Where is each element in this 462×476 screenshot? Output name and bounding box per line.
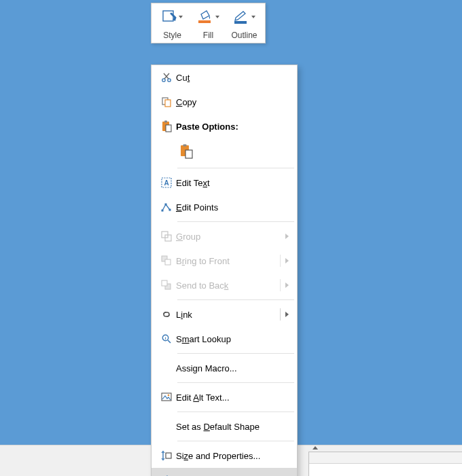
submenu-arrow-icon: [285, 312, 289, 317]
sheet-grid-peek: [308, 452, 462, 476]
submenu-arrow-icon: [285, 282, 289, 288]
menu-edit-points[interactable]: Edit Points: [152, 195, 297, 219]
scissors-icon: [157, 72, 176, 83]
svg-rect-32: [166, 453, 171, 458]
menu-edit-alt-text[interactable]: Edit Alt Text...: [152, 385, 297, 409]
svg-rect-19: [169, 209, 171, 211]
menu-label: Set as Default Shape: [176, 422, 293, 432]
svg-rect-17: [162, 210, 164, 212]
chevron-down-icon: [179, 16, 183, 18]
edit-text-icon: A: [157, 177, 176, 188]
shape-fill-dropdown[interactable]: Fill: [190, 6, 226, 41]
smart-lookup-icon: i: [157, 333, 176, 344]
menu-smart-lookup[interactable]: i Smart Lookup: [152, 327, 297, 351]
fill-label: Fill: [203, 31, 213, 40]
style-label: Style: [163, 31, 181, 40]
menu-label: Copy: [176, 97, 293, 107]
menu-separator: [177, 441, 294, 441]
menu-label: Size and Properties...: [176, 451, 293, 461]
svg-text:A: A: [164, 179, 168, 187]
split-divider: [280, 279, 281, 291]
edit-points-icon: [157, 202, 176, 213]
svg-rect-23: [165, 259, 171, 265]
shape-outline-dropdown[interactable]: Outline: [226, 6, 262, 41]
send-back-icon: [157, 280, 176, 291]
chevron-down-icon: [251, 16, 255, 18]
link-icon: [157, 309, 176, 320]
menu-label: Edit Text: [176, 178, 293, 188]
submenu-arrow-icon: [285, 234, 289, 239]
menu-format-shape[interactable]: Format Shape...: [152, 468, 297, 476]
shape-mini-toolbar: Style Fill Outline: [151, 3, 266, 43]
svg-rect-14: [185, 150, 192, 158]
menu-separator: [177, 299, 294, 300]
svg-point-4: [168, 79, 171, 81]
menu-separator: [177, 168, 294, 168]
menu-label: Link: [176, 310, 280, 320]
menu-size-properties[interactable]: Size and Properties...: [152, 443, 297, 468]
menu-label: Send to Back: [176, 280, 280, 291]
svg-rect-2: [234, 21, 247, 24]
menu-set-default-shape[interactable]: Set as Default Shape: [152, 414, 297, 439]
size-icon: [157, 450, 176, 461]
paint-bucket-icon: [197, 9, 213, 25]
shape-style-dropdown[interactable]: Style: [154, 6, 190, 41]
copy-icon: [157, 96, 176, 107]
pen-outline-icon: [233, 9, 249, 25]
svg-rect-11: [166, 125, 171, 132]
menu-label: Group: [176, 232, 285, 242]
svg-line-5: [164, 73, 169, 79]
svg-text:i: i: [165, 336, 166, 340]
bring-front-icon: [157, 255, 176, 266]
split-divider: [280, 308, 281, 321]
submenu-arrow-icon: [285, 258, 289, 263]
svg-line-28: [168, 340, 171, 343]
svg-point-30: [168, 395, 170, 397]
svg-rect-18: [165, 204, 167, 206]
svg-line-6: [164, 73, 168, 79]
menu-group: Group: [152, 224, 297, 249]
menu-bring-to-front: Bring to Front: [152, 249, 297, 273]
menu-label: Bring to Front: [176, 256, 280, 266]
menu-cut[interactable]: Cut: [152, 65, 297, 90]
shape-context-menu: Cut Copy Paste Options:: [151, 65, 298, 476]
paste-keep-source-button[interactable]: [176, 141, 196, 162]
svg-rect-0: [163, 11, 173, 21]
menu-edit-text[interactable]: A Edit Text: [152, 170, 297, 195]
chevron-down-icon: [215, 16, 219, 18]
menu-send-to-back: Send to Back: [152, 273, 297, 297]
menu-label: Cut: [176, 73, 293, 83]
group-icon: [157, 231, 176, 242]
menu-label: Smart Lookup: [176, 334, 293, 344]
svg-rect-1: [198, 20, 211, 23]
svg-rect-8: [165, 100, 171, 107]
outline-label: Outline: [231, 31, 257, 40]
svg-rect-10: [164, 121, 167, 123]
menu-label: Assign Macro...: [176, 363, 293, 373]
menu-assign-macro[interactable]: Assign Macro...: [152, 356, 297, 380]
clipboard-icon: [157, 120, 176, 132]
paste-options-row: [176, 139, 297, 166]
menu-separator: [177, 382, 294, 383]
shape-style-icon: [162, 10, 177, 24]
menu-separator: [177, 353, 294, 354]
svg-rect-25: [162, 280, 167, 286]
menu-copy[interactable]: Copy: [152, 90, 297, 114]
menu-paste-options-header: Paste Options:: [152, 114, 297, 139]
menu-separator: [177, 221, 294, 222]
svg-point-3: [162, 79, 165, 81]
menu-label: Edit Points: [176, 202, 293, 213]
menu-label: Edit Alt Text...: [176, 392, 293, 403]
split-divider: [280, 255, 281, 267]
alt-text-icon: [157, 392, 176, 403]
menu-label: Paste Options:: [176, 122, 293, 132]
menu-separator: [177, 411, 294, 412]
menu-link[interactable]: Link: [152, 302, 297, 327]
svg-rect-13: [183, 145, 187, 147]
